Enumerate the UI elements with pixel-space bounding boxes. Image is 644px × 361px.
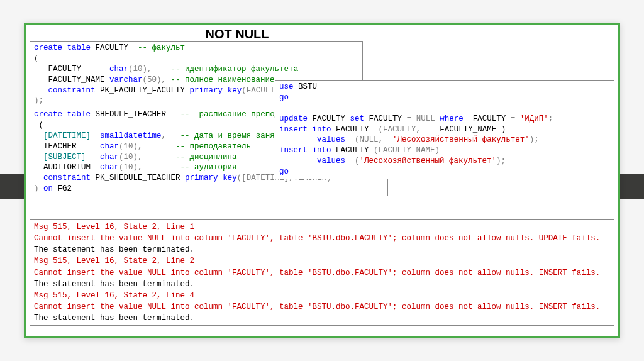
error-line: The statement has been terminated. bbox=[34, 313, 610, 324]
slide-frame: NOT NULL create table FACULTY -- факульт… bbox=[24, 23, 620, 338]
code-line: insert into FACULTY (FACULTY, FACULTY_NA… bbox=[279, 125, 610, 135]
page-title: NOT NULL bbox=[174, 27, 300, 42]
code-line: FACULTY char(10), -- идентификатор факул… bbox=[34, 64, 358, 75]
error-line: The statement has been terminated. bbox=[34, 244, 610, 255]
code-line: create table FACULTY -- факульт bbox=[34, 43, 358, 53]
code-line: go bbox=[279, 167, 610, 177]
code-line: use BSTU bbox=[279, 82, 610, 92]
code-line: ( bbox=[34, 53, 358, 64]
code-line: ) on FG2 bbox=[34, 184, 384, 194]
error-line: Cannot insert the value NULL into column… bbox=[34, 301, 610, 313]
error-line: Msg 515, Level 16, State 2, Line 4 bbox=[34, 290, 610, 301]
code-line: values ('Лесохозяйственный факультет'); bbox=[279, 156, 610, 167]
error-output: Msg 515, Level 16, State 2, Line 1 Canno… bbox=[30, 219, 614, 326]
code-block-dml: use BSTU go update FACULTY set FACULTY =… bbox=[275, 80, 614, 179]
code-line bbox=[279, 103, 610, 114]
error-line: Cannot insert the value NULL into column… bbox=[34, 267, 610, 279]
error-line: Msg 515, Level 16, State 2, Line 1 bbox=[34, 221, 610, 233]
code-line: update FACULTY set FACULTY = NULL where … bbox=[279, 114, 610, 125]
error-line: Cannot insert the value NULL into column… bbox=[34, 233, 610, 244]
code-line: values (NULL, 'Лесохозяйственный факульт… bbox=[279, 135, 610, 145]
code-line: insert into FACULTY (FACULTY_NAME) bbox=[279, 145, 610, 156]
code-line: go bbox=[279, 92, 610, 103]
error-line: The statement has been terminated. bbox=[34, 279, 610, 290]
error-line: Msg 515, Level 16, State 2, Line 2 bbox=[34, 255, 610, 267]
